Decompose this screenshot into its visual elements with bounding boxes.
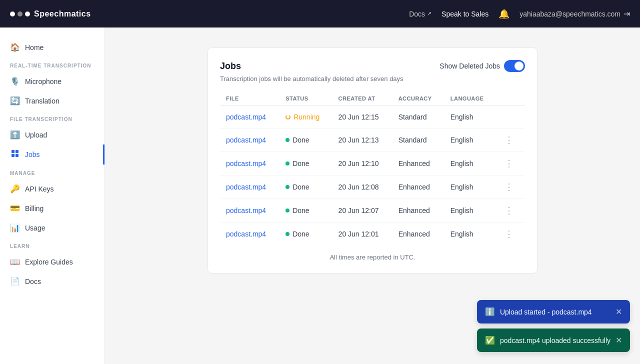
upload-icon: ⬆️ (10, 130, 20, 140)
svg-rect-2 (12, 154, 14, 157)
info-icon: ℹ️ (485, 307, 495, 316)
utc-note: All times are reported in UTC. (220, 246, 525, 261)
row-menu-cell-empty (496, 106, 525, 128)
sidebar-item-api-keys[interactable]: 🔑 API Keys (0, 179, 104, 198)
section-label-learn: LEARN (0, 238, 104, 252)
brand-area: Speechmatics (10, 10, 91, 18)
table-row[interactable]: podcast.mp4 Done 20 Jun 12:01 Enhanced E… (220, 222, 525, 246)
notification-bell-icon[interactable]: 🔔 (498, 8, 510, 20)
row-more-button[interactable]: ⋮ (502, 156, 516, 170)
row-status: Done (280, 199, 332, 222)
table-row[interactable]: podcast.mp4 Done 20 Jun 12:13 Standard E… (220, 128, 525, 152)
row-more-button[interactable]: ⋮ (502, 204, 516, 218)
sidebar-item-home-label: Home (25, 44, 44, 52)
row-accuracy: Standard (392, 128, 444, 152)
row-menu-cell: ⋮ (496, 128, 525, 152)
sidebar-item-home[interactable]: 🏠 Home (0, 38, 104, 57)
row-more-button[interactable]: ⋮ (502, 227, 516, 241)
row-status: Done (280, 152, 332, 176)
api-keys-icon: 🔑 (10, 184, 20, 194)
row-language: English (444, 128, 496, 152)
show-deleted-label: Show Deleted Jobs (440, 62, 500, 70)
sidebar: 🏠 Home REAL-TIME TRANSCRIPTION 🎙️ Microp… (0, 28, 105, 364)
col-created-at: CREATED AT (332, 92, 392, 106)
sidebar-item-usage-label: Usage (25, 224, 45, 232)
file-link[interactable]: podcast.mp4 (226, 136, 266, 144)
table-row[interactable]: podcast.mp4 Running 20 Jun 12:15 Standar… (220, 106, 525, 128)
sidebar-item-translation[interactable]: 🔄 Translation (0, 91, 104, 110)
sidebar-item-explore-guides[interactable]: 📖 Explore Guides (0, 252, 104, 272)
col-status: STATUS (280, 92, 332, 106)
docs-link[interactable]: Docs ↗ (409, 10, 432, 18)
sidebar-item-billing[interactable]: 💳 Billing (0, 198, 104, 218)
section-label-realtime: REAL-TIME TRANSCRIPTION (0, 57, 104, 72)
user-email[interactable]: yahiaabaza@speechmatics.com ⇥ (520, 9, 630, 18)
sidebar-item-translation-label: Translation (25, 97, 60, 105)
row-more-button[interactable]: ⋮ (502, 180, 516, 194)
sidebar-item-billing-label: Billing (25, 204, 44, 212)
speak-to-sales-button[interactable]: Speak to Sales (442, 10, 488, 18)
file-link[interactable]: podcast.mp4 (226, 160, 266, 168)
row-created-at: 20 Jun 12:08 (332, 176, 392, 199)
done-dot-icon (286, 232, 290, 236)
logo-dot-1 (10, 12, 15, 16)
col-accuracy: ACCURACY (392, 92, 444, 106)
sidebar-item-usage[interactable]: 📊 Usage (0, 218, 104, 238)
file-link[interactable]: podcast.mp4 (226, 183, 266, 191)
sidebar-item-docs-label: Docs (25, 278, 41, 286)
sidebar-item-microphone[interactable]: 🎙️ Microphone (0, 72, 104, 91)
docs-sidebar-icon: 📄 (10, 276, 20, 286)
explore-guides-icon: 📖 (10, 257, 20, 266)
sidebar-item-explore-guides-label: Explore Guides (25, 258, 73, 266)
table-row[interactable]: podcast.mp4 Done 20 Jun 12:07 Enhanced E… (220, 199, 525, 222)
billing-icon: 💳 (10, 204, 20, 213)
sidebar-item-microphone-label: Microphone (25, 78, 62, 86)
done-dot-icon (286, 138, 290, 142)
row-file: podcast.mp4 (220, 106, 280, 128)
sidebar-item-upload-label: Upload (25, 131, 47, 139)
row-created-at: 20 Jun 12:07 (332, 199, 392, 222)
running-spinner-icon (286, 114, 290, 120)
status-text: Running (294, 113, 320, 121)
svg-rect-3 (16, 154, 18, 157)
logo-icon (10, 12, 30, 16)
toast-upload-started-close[interactable]: ✕ (616, 307, 622, 316)
success-icon: ✅ (485, 336, 495, 345)
toast-upload-started: ℹ️ Upload started - podcast.mp4 ✕ (477, 300, 630, 324)
row-accuracy: Standard (392, 106, 444, 128)
row-accuracy: Enhanced (392, 152, 444, 176)
file-link[interactable]: podcast.mp4 (226, 230, 266, 238)
row-menu-cell: ⋮ (496, 176, 525, 199)
svg-rect-0 (12, 150, 14, 153)
home-icon: 🏠 (10, 42, 20, 52)
row-status: Done (280, 176, 332, 199)
status-text: Done (292, 160, 309, 168)
table-row[interactable]: podcast.mp4 Done 20 Jun 12:10 Enhanced E… (220, 152, 525, 176)
row-status: Running (280, 106, 332, 128)
translation-icon: 🔄 (10, 96, 20, 106)
row-language: English (444, 106, 496, 128)
file-link[interactable]: podcast.mp4 (226, 206, 266, 214)
row-file: podcast.mp4 (220, 128, 280, 152)
table-row[interactable]: podcast.mp4 Done 20 Jun 12:08 Enhanced E… (220, 176, 525, 199)
row-language: English (444, 152, 496, 176)
show-deleted-toggle[interactable] (504, 60, 525, 72)
sidebar-item-upload[interactable]: ⬆️ Upload (0, 125, 104, 144)
done-dot-icon (286, 185, 290, 189)
sidebar-item-docs[interactable]: 📄 Docs (0, 272, 104, 291)
external-link-icon: ↗ (427, 10, 432, 17)
row-more-button[interactable]: ⋮ (502, 133, 516, 147)
logo-dot-3 (25, 12, 30, 16)
row-menu-cell: ⋮ (496, 152, 525, 176)
microphone-icon: 🎙️ (10, 76, 20, 86)
col-actions (496, 92, 525, 106)
row-created-at: 20 Jun 12:01 (332, 222, 392, 246)
row-accuracy: Enhanced (392, 176, 444, 199)
row-created-at: 20 Jun 12:13 (332, 128, 392, 152)
sidebar-item-jobs[interactable]: Jobs (0, 144, 104, 164)
toast-upload-success-close[interactable]: ✕ (616, 336, 622, 345)
logout-icon[interactable]: ⇥ (624, 9, 630, 18)
section-label-manage: MANAGE (0, 164, 104, 179)
file-link[interactable]: podcast.mp4 (226, 113, 266, 121)
svg-rect-1 (16, 150, 18, 153)
